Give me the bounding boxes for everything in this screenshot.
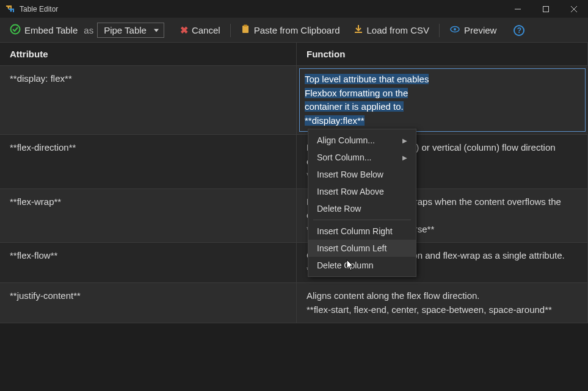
table-row: **flex-wrap** Determines how content wra… [0,189,588,243]
menu-item-insert-column-right[interactable]: Insert Column Right [308,223,416,240]
column-header-attribute[interactable]: Attribute [0,43,297,65]
table-header-row: Attribute Function [0,43,588,66]
maximize-button[interactable] [532,0,560,18]
help-icon: ? [514,25,524,36]
app-logo-icon [5,4,15,14]
window-title: Table Editor [20,5,58,13]
context-menu: Align Column... ▶ Sort Column... ▶ Inser… [308,129,416,277]
table-type-value: Pipe Table [104,25,147,35]
table-row: **flex-flow** Combination of flex-direct… [0,243,588,283]
table-row: **display: flex** Top level attribute th… [0,66,588,135]
selected-text: **display:flex** [305,115,365,126]
selected-text: container it is applied to. [305,101,404,112]
cell-attribute[interactable]: **display: flex** [0,66,297,134]
close-icon: ✖ [180,24,188,36]
toolbar: Embed Table as Pipe Table ✖ Cancel Paste… [0,18,588,43]
menu-item-align-column[interactable]: Align Column... ▶ [308,132,416,149]
table-row: **justify-content** Aligns content along… [0,283,588,323]
svg-rect-7 [244,25,247,27]
toolbar-divider [439,24,440,37]
table-editor-grid: Attribute Function **display: flex** Top… [0,43,588,391]
eye-icon [449,24,460,37]
table-row: **flex-direction** Determines horizontal… [0,135,588,189]
column-header-function[interactable]: Function [297,43,588,65]
preview-button[interactable]: Preview [447,23,499,38]
clipboard-icon [241,24,250,36]
menu-item-insert-row-below[interactable]: Insert Row Below [308,166,416,183]
selected-text: Flexbox formatting on the [305,88,408,98]
load-csv-button[interactable]: Load from CSV [351,23,432,37]
cell-function-editing[interactable]: Top level attribute that enables Flexbox… [299,68,586,132]
svg-point-5 [11,25,20,34]
menu-item-insert-row-above[interactable]: Insert Row Above [308,183,416,200]
table-body: **display: flex** Top level attribute th… [0,66,588,323]
selected-text: Top level attribute that enables [305,74,429,84]
load-csv-label: Load from CSV [367,25,430,35]
chevron-right-icon: ▶ [402,137,407,144]
menu-item-delete-row[interactable]: Delete Row [308,200,416,217]
cancel-button[interactable]: ✖ Cancel [178,23,223,37]
menu-item-insert-column-left[interactable]: Insert Column Left [308,240,416,257]
cell-attribute[interactable]: **flex-flow** [0,243,297,282]
svg-rect-2 [543,6,549,12]
cell-attribute[interactable]: **justify-content** [0,283,297,323]
toolbar-divider [230,24,231,37]
svg-point-10 [454,28,456,30]
titlebar: Table Editor [0,0,588,18]
check-circle-icon [10,24,21,37]
menu-item-sort-column[interactable]: Sort Column... ▶ [308,149,416,166]
as-label: as [84,25,93,35]
paste-clipboard-label: Paste from Clipboard [254,25,340,35]
close-button[interactable] [560,0,588,18]
help-button[interactable]: ? [511,24,527,37]
embed-table-label: Embed Table [24,25,78,35]
cell-attribute[interactable]: **flex-direction** [0,135,297,188]
download-icon [354,24,363,36]
minimize-button[interactable] [504,0,532,18]
cancel-label: Cancel [192,25,220,35]
menu-item-delete-column[interactable]: Delete Column [308,257,416,274]
preview-label: Preview [464,25,496,35]
cell-attribute[interactable]: **flex-wrap** [0,189,297,243]
paste-clipboard-button[interactable]: Paste from Clipboard [238,23,343,37]
chevron-right-icon: ▶ [402,154,407,161]
embed-table-button[interactable]: Embed Table [7,23,80,38]
table-type-dropdown[interactable]: Pipe Table [97,23,164,38]
menu-separator [313,220,411,220]
svg-rect-6 [242,26,249,33]
cell-function[interactable]: Aligns content along the flex flow direc… [297,283,588,323]
